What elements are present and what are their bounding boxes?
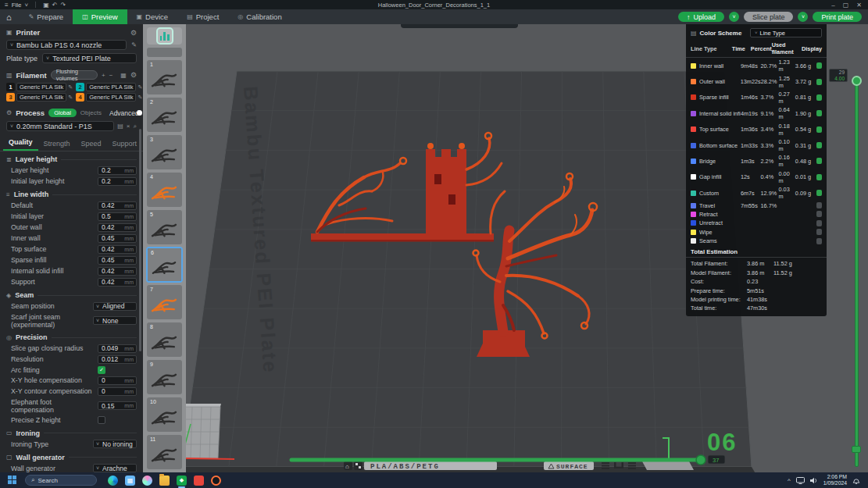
setting-input[interactable]: 0.2mm — [98, 166, 137, 175]
settings-tab[interactable]: Speed — [76, 137, 107, 151]
plate-thumbnail[interactable]: 7 — [147, 285, 182, 319]
settings-tab[interactable]: Strength — [38, 137, 76, 151]
browser-icon[interactable] — [211, 476, 221, 486]
filament-name[interactable]: Generic PLA Silk — [86, 93, 136, 102]
display-checkbox[interactable] — [816, 202, 822, 208]
copilot-icon[interactable] — [142, 476, 152, 486]
edge-browser-icon[interactable] — [108, 476, 118, 486]
filament-color-swatch[interactable]: 3 — [6, 93, 15, 102]
print-dropdown-button[interactable]: ˅ — [798, 12, 808, 22]
plate-thumbnail[interactable]: 9 — [147, 360, 182, 394]
setting-input[interactable]: 0.45mm — [98, 256, 137, 265]
edit-filament-icon[interactable]: ✎ — [68, 94, 73, 101]
new-project-icon[interactable]: ▣ — [43, 2, 49, 9]
plate-thumbnail[interactable]: 5 — [147, 210, 182, 244]
remove-filament-icon[interactable]: − — [109, 72, 113, 79]
display-checkbox[interactable] — [816, 190, 822, 196]
display-checkbox[interactable] — [816, 79, 822, 85]
plate-thumbnail[interactable]: 10 — [147, 397, 182, 432]
save-preset-icon[interactable]: ▤ — [117, 123, 123, 130]
plate-header-card[interactable] — [147, 48, 182, 57]
display-checkbox[interactable] — [816, 142, 822, 148]
toolbar-tab[interactable]: ◫ Preview — [73, 9, 127, 24]
redo-icon[interactable]: ↷ — [61, 2, 66, 9]
plate-type-select[interactable]: ˅ Textured PEI Plate — [42, 53, 137, 63]
objects-tab[interactable]: Objects — [80, 109, 102, 116]
setting-input[interactable]: 0.2mm — [98, 177, 137, 186]
process-preset-select[interactable]: ˅ 0.20mm Standard - P1S — [6, 121, 114, 131]
speaker-icon[interactable] — [810, 477, 818, 484]
hamburger-menu-icon[interactable]: ≡ — [5, 2, 9, 9]
plate-thumbnail[interactable]: 3 — [147, 135, 182, 169]
filament-settings-gear-icon[interactable]: ⚙ — [130, 71, 137, 79]
chevron-down-icon[interactable]: ˅ — [25, 2, 29, 9]
plate-thumbnail[interactable]: 2 — [147, 98, 182, 132]
display-checkbox[interactable] — [816, 94, 822, 101]
setting-input[interactable]: 0.45mm — [98, 234, 137, 243]
plate-thumbnail[interactable]: 8 — [147, 322, 182, 357]
setting-checkbox-checked[interactable]: ✓ — [98, 366, 105, 374]
plate-stats-button[interactable] — [147, 27, 182, 45]
display-checkbox[interactable] — [816, 238, 822, 244]
delete-preset-icon[interactable]: × — [127, 123, 130, 130]
taskbar-search[interactable]: ⌕ Search — [25, 475, 97, 486]
home-icon[interactable]: ⌂ — [6, 12, 12, 22]
layer-slider-lower-handle[interactable] — [852, 446, 861, 453]
plate-thumbnail[interactable]: 1 — [147, 60, 182, 94]
layer-slider-handle[interactable] — [852, 76, 862, 86]
display-checkbox[interactable] — [816, 158, 822, 164]
search-settings-icon[interactable]: ⌕ — [134, 123, 137, 130]
setting-input[interactable]: 0.5mm — [98, 212, 137, 221]
settings-scrollbar[interactable] — [139, 129, 141, 351]
setting-dropdown[interactable]: ˅Arachne — [93, 464, 137, 472]
display-checkbox[interactable] — [816, 62, 822, 69]
network-monitor-icon[interactable] — [796, 477, 805, 484]
ams-icon[interactable]: ▦ — [120, 72, 127, 79]
pinned-app-icon[interactable] — [194, 476, 204, 486]
file-explorer-icon[interactable] — [159, 476, 170, 486]
plate-thumbnail[interactable]: 6 — [147, 248, 182, 282]
filament-name[interactable]: Generic PLA Silk — [16, 83, 66, 91]
setting-input[interactable]: 0mm — [98, 387, 137, 396]
toolbar-tab[interactable]: ▣ Device — [127, 9, 178, 24]
slice-plate-button[interactable]: Slice plate — [744, 12, 794, 22]
undo-icon[interactable]: ↶ — [52, 2, 58, 9]
display-checkbox[interactable] — [816, 126, 822, 133]
display-checkbox[interactable] — [816, 211, 822, 217]
filament-name[interactable]: Generic PLA Silk — [16, 93, 66, 102]
print-plate-button[interactable]: Print plate — [813, 12, 862, 22]
setting-input[interactable]: 0.15mm — [98, 401, 137, 410]
setting-input[interactable]: 0.42mm — [98, 278, 137, 287]
bambu-studio-icon[interactable]: ◆ — [177, 476, 187, 486]
setting-input[interactable]: 0.049mm — [98, 344, 137, 353]
minimize-button[interactable]: – — [831, 2, 834, 9]
settings-tab[interactable]: Quality — [3, 136, 38, 151]
display-checkbox[interactable] — [816, 174, 822, 180]
filament-color-swatch[interactable]: 4 — [76, 93, 84, 102]
add-filament-icon[interactable]: + — [102, 72, 105, 79]
tray-chevron-icon[interactable]: ^ — [788, 477, 791, 484]
setting-input[interactable]: 0mm — [98, 376, 137, 385]
display-checkbox[interactable] — [816, 220, 822, 226]
upload-button[interactable]: ↑ Upload — [678, 12, 724, 22]
setting-input[interactable]: 0.012mm — [98, 355, 137, 364]
display-checkbox[interactable] — [816, 110, 822, 116]
global-tab[interactable]: Global — [48, 109, 77, 117]
filament-color-swatch[interactable]: 1 — [6, 83, 15, 91]
file-menu[interactable]: File — [12, 2, 22, 9]
setting-dropdown[interactable]: ˅None — [93, 316, 137, 325]
printer-settings-gear-icon[interactable]: ⚙ — [130, 29, 137, 37]
edit-printer-icon[interactable]: ✎ — [131, 41, 137, 48]
setting-input[interactable]: 0.42mm — [98, 267, 137, 276]
taskbar-clock[interactable]: 2:06 PM 1/09/2024 — [823, 474, 847, 486]
setting-input[interactable]: 0.42mm — [98, 201, 137, 210]
close-button[interactable]: ✕ — [856, 2, 862, 9]
flushing-volumes-button[interactable]: Flushing volumes — [51, 70, 98, 80]
view-mode-select[interactable]: ˅ Line Type — [750, 28, 822, 37]
toolbar-tab[interactable]: ◎ Calibration — [228, 9, 291, 24]
plate-thumbnail[interactable]: 11 — [147, 435, 182, 469]
layer-slider-track[interactable] — [855, 81, 859, 467]
edit-filament-icon[interactable]: ✎ — [138, 94, 142, 101]
wipe-tower[interactable] — [180, 404, 221, 458]
settings-tab[interactable]: Support — [107, 137, 143, 151]
